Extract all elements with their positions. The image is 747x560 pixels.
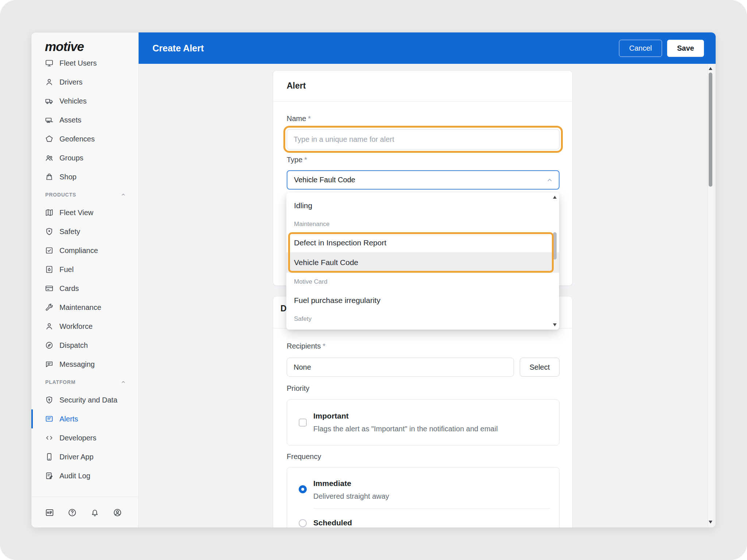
- required-mark: *: [304, 156, 307, 164]
- alerts-icon: [45, 415, 54, 423]
- important-title: Important: [313, 412, 349, 420]
- save-button[interactable]: Save: [667, 40, 704, 57]
- sidebar-item-developers[interactable]: Developers: [31, 428, 138, 447]
- dropdown-group-safety: Safety: [286, 310, 559, 328]
- main-content: Alert Name* Type* Vehicle Fault Code D R…: [139, 64, 716, 528]
- truck-icon: [45, 97, 54, 105]
- account-icon[interactable]: [113, 508, 121, 517]
- sidebar-item-label: Driver App: [59, 453, 93, 461]
- shop-bag-icon: [45, 172, 54, 181]
- sidebar-item-workforce[interactable]: Workforce: [31, 317, 138, 336]
- fleet-users-icon: [45, 59, 54, 67]
- sidebar-item-safety[interactable]: Safety: [31, 222, 138, 241]
- dropdown-scrollbar-thumb[interactable]: [553, 232, 557, 260]
- people-icon: [45, 153, 54, 162]
- notifications-icon[interactable]: [90, 508, 99, 517]
- sidebar-item-label: Messaging: [59, 360, 95, 369]
- recipients-input[interactable]: None: [287, 358, 514, 377]
- important-description: Flags the alert as "Important" in the no…: [313, 425, 498, 433]
- sidebar-item-maintenance[interactable]: Maintenance: [31, 298, 138, 317]
- sidebar-item-driver-app[interactable]: Driver App: [31, 447, 138, 466]
- person-icon: [45, 322, 54, 331]
- scrollbar-up-arrow[interactable]: [709, 67, 712, 70]
- dropdown-group-motive-card: Motive Card: [286, 273, 559, 291]
- sidebar-item-fuel[interactable]: Fuel: [31, 260, 138, 279]
- sidebar-item-cards[interactable]: Cards: [31, 279, 138, 298]
- required-mark: *: [322, 342, 325, 350]
- type-select-value: Vehicle Fault Code: [294, 176, 355, 184]
- sidebar-item-label: Cards: [59, 284, 79, 293]
- sidebar-item-shop[interactable]: Shop: [31, 167, 138, 186]
- sidebar-item-audit-log[interactable]: Audit Log: [31, 466, 138, 485]
- sidebar-item-groups[interactable]: Groups: [31, 148, 138, 167]
- recipients-label: Recipients*: [287, 342, 325, 350]
- type-dropdown-menu: Idling Maintenance Defect in Inspection …: [286, 192, 559, 330]
- cancel-button[interactable]: Cancel: [619, 40, 662, 57]
- sidebar-item-label: Assets: [59, 116, 81, 124]
- section-label: PRODUCTS: [45, 192, 76, 198]
- geofence-icon: [45, 135, 54, 143]
- motive-logo: motive: [45, 40, 84, 53]
- required-mark: *: [308, 114, 311, 122]
- page-title: Create Alert: [152, 43, 204, 54]
- dropdown-group-maintenance: Maintenance: [286, 215, 559, 233]
- sidebar-item-assets[interactable]: Assets: [31, 110, 138, 129]
- immediate-radio[interactable]: [299, 485, 307, 493]
- sidebar-item-geofences[interactable]: Geofences: [31, 129, 138, 148]
- compliance-check-icon: [45, 246, 54, 255]
- immediate-description: Delivered straight away: [313, 492, 389, 501]
- scrollbar-thumb[interactable]: [709, 73, 712, 187]
- sidebar-item-compliance[interactable]: Compliance: [31, 241, 138, 260]
- sidebar-item-security-and-data[interactable]: Security and Data: [31, 390, 138, 409]
- sidebar-item-vehicles[interactable]: Vehicles: [31, 92, 138, 110]
- sidebar-section-products[interactable]: PRODUCTS: [31, 186, 138, 203]
- type-label-text: Type: [287, 156, 302, 164]
- help-icon[interactable]: [67, 508, 76, 517]
- dropdown-scroll-down-arrow[interactable]: [553, 323, 557, 326]
- dropdown-option-defect-in-inspection-report[interactable]: Defect in Inspection Report: [286, 233, 559, 252]
- dropdown-option-vehicle-fault-code[interactable]: Vehicle Fault Code: [286, 252, 559, 273]
- sidebar-item-label: Audit Log: [59, 472, 90, 480]
- dropdown-option-fuel-purchase-irregularity[interactable]: Fuel purchase irregularity: [286, 291, 559, 310]
- sidebar-nav-list: Fleet Users Drivers Vehicles Assets Geof…: [31, 54, 138, 485]
- driver-icon: [45, 78, 54, 86]
- sidebar-logo-area: motive: [31, 32, 138, 54]
- sidebar-item-label: Drivers: [59, 78, 82, 86]
- scheduled-title: Scheduled: [313, 518, 352, 527]
- alert-card-title: Alert: [287, 81, 306, 91]
- recipients-label-text: Recipients: [287, 342, 321, 350]
- scrollbar-down-arrow[interactable]: [709, 521, 712, 524]
- dropdown-option-idling[interactable]: Idling: [286, 196, 559, 215]
- sidebar-item-label: Security and Data: [59, 396, 117, 404]
- chevron-up-icon: [121, 380, 126, 385]
- sidebar-item-fleet-users[interactable]: Fleet Users: [31, 54, 138, 73]
- alert-name-input[interactable]: [287, 129, 560, 149]
- frequency-label: Frequency: [287, 452, 321, 461]
- sidebar-item-label: Fleet Users: [59, 59, 97, 67]
- main-scrollbar[interactable]: [708, 65, 713, 526]
- sidebar-section-platform[interactable]: PLATFORM: [31, 374, 138, 390]
- dropdown-scroll-up-arrow[interactable]: [553, 196, 557, 199]
- type-select[interactable]: Vehicle Fault Code: [287, 170, 560, 190]
- important-checkbox[interactable]: [299, 419, 307, 427]
- scheduled-radio[interactable]: [299, 519, 307, 527]
- sidebar-item-label: Compliance: [59, 246, 98, 255]
- sidebar-item-label: Groups: [59, 154, 84, 162]
- delivery-card: D Recipients* None Select Priority Impor…: [273, 296, 573, 528]
- priority-option-box: Important Flags the alert as "Important"…: [287, 399, 560, 446]
- sidebar-item-messaging[interactable]: Messaging: [31, 355, 138, 374]
- fuel-icon: [45, 265, 54, 274]
- sidebar-item-fleet-view[interactable]: Fleet View: [31, 203, 138, 222]
- sidebar-item-label: Dispatch: [59, 341, 88, 350]
- whats-new-icon[interactable]: [45, 508, 54, 517]
- sidebar-item-drivers[interactable]: Drivers: [31, 73, 138, 92]
- sidebar-item-dispatch[interactable]: Dispatch: [31, 336, 138, 355]
- type-label: Type*: [287, 156, 307, 164]
- audit-log-icon: [45, 471, 54, 480]
- frequency-option-box: Immediate Delivered straight away Schedu…: [287, 467, 560, 528]
- sidebar-item-alerts[interactable]: Alerts: [31, 409, 138, 428]
- compass-icon: [45, 341, 54, 350]
- select-recipients-button[interactable]: Select: [520, 358, 560, 377]
- sidebar-item-label: Workforce: [59, 322, 93, 331]
- sidebar-item-label: Fuel: [59, 265, 74, 274]
